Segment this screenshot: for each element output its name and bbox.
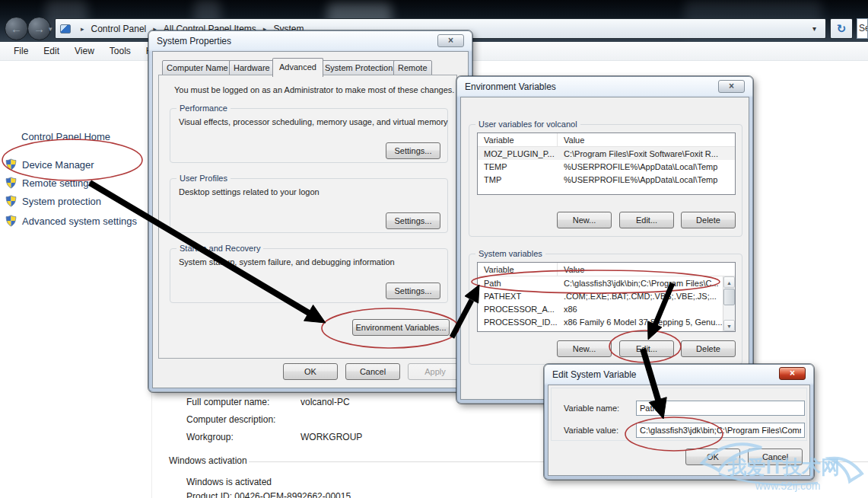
cell-variable: PATHEXT: [478, 292, 558, 301]
tab-advanced[interactable]: Advanced: [272, 58, 323, 77]
sidebar-item-label: Device Manager: [22, 159, 94, 171]
edit-system-variable-dialog: Edit System Variable × Variable name: Va…: [544, 364, 814, 480]
dialog-title: Edit System Variable: [552, 369, 637, 380]
group-description: System startup, system failure, and debu…: [179, 257, 395, 267]
tab-hardware[interactable]: Hardware: [229, 60, 275, 75]
performance-group: Performance Visual effects, processor sc…: [170, 108, 448, 163]
cell-value: %USERPROFILE%\AppData\Local\Temp: [558, 175, 735, 184]
close-button[interactable]: ×: [437, 34, 464, 47]
menu-view[interactable]: View: [67, 43, 102, 59]
column-header-value[interactable]: Value: [558, 133, 735, 146]
uac-shield-icon: [5, 158, 17, 171]
table-row[interactable]: PROCESSOR_ID... x86 Family 6 Model 37 St…: [478, 315, 735, 328]
cell-variable: TEMP: [478, 162, 558, 171]
system-delete-button[interactable]: Delete: [681, 340, 736, 357]
table-row[interactable]: TMP %USERPROFILE%\AppData\Local\Temp: [478, 173, 735, 186]
breadcrumb-control-panel[interactable]: Control Panel: [90, 22, 148, 36]
variable-name-input[interactable]: [636, 401, 805, 416]
dialog-body: Variable name: Variable value: OK Cancel: [548, 385, 810, 476]
scroll-down-icon[interactable]: ▼: [723, 320, 735, 331]
sidebar-item-control-panel-home[interactable]: Control Panel Home: [21, 131, 110, 142]
admin-note: You must be logged on as an Administrato…: [174, 85, 454, 94]
user-profiles-settings-button[interactable]: Settings...: [386, 212, 440, 229]
user-new-button[interactable]: New...: [557, 212, 612, 228]
info-label: Computer description:: [186, 414, 275, 425]
address-dropdown[interactable]: ▾: [808, 24, 821, 33]
scroll-thumb[interactable]: [723, 289, 735, 305]
user-variables-group: User variables for volcanol Variable Val…: [469, 124, 742, 237]
cancel-button[interactable]: Cancel: [345, 363, 400, 380]
dialog-title: Environment Variables: [465, 81, 556, 92]
recent-pages-dropdown[interactable]: ▾: [49, 25, 52, 33]
search-input[interactable]: Se: [857, 18, 868, 39]
dialog-body: User variables for volcanol Variable Val…: [460, 97, 749, 400]
column-header-variable[interactable]: Variable: [478, 133, 558, 146]
refresh-button[interactable]: ↻: [830, 18, 853, 39]
ok-button[interactable]: OK: [283, 363, 338, 380]
forward-button[interactable]: →: [27, 17, 51, 40]
tab-remote[interactable]: Remote: [393, 60, 432, 75]
ok-button[interactable]: OK: [685, 449, 740, 465]
group-description: Visual effects, processor scheduling, me…: [179, 117, 448, 126]
table-header: Variable Value: [478, 263, 735, 276]
environment-variables-dialog: Environment Variables × User variables f…: [456, 76, 753, 404]
system-variables-group: System variables Variable Value Path C:\…: [469, 254, 742, 365]
variable-value-input[interactable]: [636, 423, 805, 438]
info-value: WORKGROUP: [300, 432, 362, 442]
menu-file[interactable]: File: [6, 43, 36, 59]
user-variables-table: Variable Value MOZ_PLUGIN_P... C:\Progra…: [477, 132, 736, 195]
user-edit-button[interactable]: Edit...: [619, 212, 674, 228]
desktop-screenshot: ← → ▾ ▸ Control Panel ▸ All Control Pane…: [0, 0, 868, 498]
uac-shield-icon: [5, 215, 17, 227]
table-row-path[interactable]: Path C:\glassfish3\jdk\bin;C:\Program Fi…: [478, 276, 735, 289]
group-label: User variables for volcanol: [475, 120, 580, 129]
sidebar-item-remote-settings[interactable]: Remote settings: [5, 177, 94, 189]
table-header: Variable Value: [478, 133, 735, 147]
cell-variable: Path: [478, 279, 558, 288]
cell-value: x86 Family 6 Model 37 Stepping 5, Genu..…: [558, 318, 735, 327]
cell-value: .COM;.EXE;.BAT;.CMD;.VBS;.VBE;.JS;...: [558, 292, 735, 301]
chevron-down-icon: ▾: [812, 24, 816, 33]
close-button[interactable]: ×: [718, 80, 745, 93]
table-row[interactable]: PATHEXT .COM;.EXE;.BAT;.CMD;.VBS;.VBE;.J…: [478, 289, 735, 302]
user-delete-button[interactable]: Delete: [681, 212, 736, 228]
environment-variables-button[interactable]: Environment Variables...: [352, 319, 450, 336]
sidebar-item-device-manager[interactable]: Device Manager: [5, 158, 94, 171]
sidebar-item-label: Advanced system settings: [22, 215, 137, 227]
apply-button[interactable]: Apply: [408, 363, 463, 380]
scroll-up-icon[interactable]: ▲: [723, 276, 735, 288]
table-row[interactable]: MOZ_PLUGIN_P... C:\Program Files\Foxit S…: [478, 147, 735, 160]
group-label: System variables: [475, 249, 545, 258]
close-icon: ×: [729, 81, 734, 91]
performance-settings-button[interactable]: Settings...: [386, 142, 440, 159]
cell-value: x86: [558, 305, 735, 314]
cell-value: C:\Program Files\Foxit Software\Foxit R.…: [558, 149, 735, 158]
system-edit-button[interactable]: Edit...: [619, 340, 674, 357]
chevron-down-icon: ▾: [49, 25, 52, 33]
back-button[interactable]: ←: [5, 17, 28, 40]
close-button[interactable]: ×: [779, 367, 806, 380]
table-row[interactable]: PROCESSOR_A... x86: [478, 302, 735, 315]
vertical-scrollbar[interactable]: ▲ ▼: [723, 276, 735, 331]
uac-shield-icon: [5, 177, 17, 189]
system-new-button[interactable]: New...: [557, 340, 612, 357]
dialog-title: System Properties: [157, 36, 231, 46]
activation-status: Windows is activated: [186, 477, 272, 487]
table-row[interactable]: TEMP %USERPROFILE%\AppData\Local\Temp: [478, 160, 735, 173]
uac-shield-icon: [5, 195, 17, 207]
startup-settings-button[interactable]: Settings...: [386, 283, 440, 299]
startup-recovery-group: Startup and Recovery System startup, sys…: [170, 248, 448, 303]
column-header-value[interactable]: Value: [558, 263, 735, 276]
info-label: Full computer name:: [186, 397, 269, 407]
variable-name-label: Variable name:: [564, 404, 619, 413]
tab-computer-name[interactable]: Computer Name: [162, 60, 233, 75]
sidebar-item-advanced-system-settings[interactable]: Advanced system settings: [5, 215, 137, 227]
menu-tools[interactable]: Tools: [102, 43, 138, 59]
tab-system-protection[interactable]: System Protection: [320, 60, 397, 75]
menu-edit[interactable]: Edit: [36, 43, 67, 59]
column-header-variable[interactable]: Variable: [478, 263, 558, 276]
group-label: Startup and Recovery: [176, 244, 263, 253]
cancel-button[interactable]: Cancel: [748, 449, 803, 465]
sidebar-item-system-protection[interactable]: System protection: [5, 195, 101, 207]
close-icon: ×: [448, 35, 453, 46]
